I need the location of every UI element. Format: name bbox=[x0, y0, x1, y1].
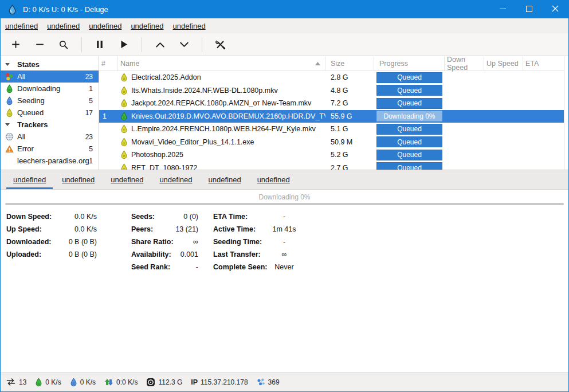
queue-up-button[interactable] bbox=[148, 36, 172, 54]
stat-row: ETA Time: - bbox=[213, 210, 302, 223]
queue-up-icon bbox=[155, 41, 165, 48]
torrent-row[interactable]: RET_DT_1080-1972 2.7 G Queued bbox=[99, 162, 568, 170]
tab-status[interactable]: undefined bbox=[5, 170, 54, 189]
torrent-row[interactable]: L.Empire.2024.FRENCH.1080p.WEB.H264-FW_K… bbox=[99, 123, 568, 136]
column-header-up-speed[interactable]: Up Speed bbox=[484, 56, 523, 70]
filter-state-all[interactable]: All 23 bbox=[1, 70, 99, 83]
deluge-logo-icon bbox=[7, 5, 17, 14]
stat-row: Share Ratio: ∞ bbox=[131, 236, 198, 248]
tab-peers[interactable]: undefined bbox=[201, 170, 249, 189]
statusbar-connections: 13 bbox=[6, 378, 26, 386]
vertical-scrollbar[interactable] bbox=[564, 56, 568, 170]
maximize-button[interactable] bbox=[516, 1, 542, 18]
error-icon bbox=[5, 144, 14, 154]
detail-tabs: undefinedundefinedundefinedundefinedunde… bbox=[1, 170, 568, 190]
torrent-progress-cell: Queued bbox=[374, 150, 445, 160]
window-title: D: 0 K/s U: 0 K/s - Deluge bbox=[23, 5, 108, 14]
menu-edit[interactable]: undefined bbox=[42, 18, 84, 33]
statusbar-value: 369 bbox=[268, 378, 280, 386]
queued-drop-icon bbox=[120, 163, 128, 170]
torrent-row[interactable]: 1 Knives.Out.2019.D.MVO.AVO.BDREMUX.2160… bbox=[99, 110, 568, 123]
torrent-row[interactable]: Electrical.2025.Addon 2.8 G Queued bbox=[99, 71, 568, 84]
torrent-size: 5.2 G bbox=[325, 151, 374, 159]
statusbar-protocol-traffic: 0:0 K/s bbox=[104, 378, 138, 387]
close-button[interactable] bbox=[542, 1, 568, 18]
filter-state-downloading[interactable]: Downloading 1 bbox=[1, 83, 99, 95]
trackers-group-header[interactable]: Trackers bbox=[1, 119, 99, 131]
progress-bar: Queued bbox=[376, 124, 442, 135]
torrent-name: Electrical.2025.Addon bbox=[131, 73, 201, 81]
main-area: States All 23 Downloading 1 Seeding 5 Qu… bbox=[1, 56, 568, 170]
torrent-name: Its.Whats.Inside.2024.NF.WEB-DL.1080p.mk… bbox=[131, 87, 278, 95]
torrent-name: RET_DT_1080-1972 bbox=[131, 164, 197, 170]
tab-files[interactable]: undefined bbox=[151, 170, 200, 189]
column-header-eta[interactable]: ETA bbox=[523, 56, 565, 70]
queue-down-button[interactable] bbox=[172, 36, 196, 54]
statusbar-upload-speed: 0 K/s bbox=[70, 378, 96, 387]
filter-state-seeding[interactable]: Seeding 5 bbox=[1, 95, 99, 107]
torrent-row[interactable]: Its.Whats.Inside.2024.NF.WEB-DL.1080p.mk… bbox=[99, 84, 568, 97]
stat-row: Complete Seen: Never bbox=[213, 261, 302, 273]
tab-trackers[interactable]: undefined bbox=[249, 170, 298, 189]
queued-drop-icon bbox=[120, 99, 128, 108]
filter-tracker-error[interactable]: Error 5 bbox=[1, 143, 99, 155]
statusbar-value: 112.3 G bbox=[158, 378, 182, 386]
stats-column-transfer: Down Speed: 0.0 K/s Up Speed: 0.0 K/s Do… bbox=[6, 210, 97, 261]
preferences-icon bbox=[215, 40, 226, 50]
filter-tracker-leechers-paradise[interactable]: leechers-paradise.org 1 bbox=[1, 155, 99, 167]
states-group-label: States bbox=[17, 60, 40, 69]
torrent-name-cell: Its.Whats.Inside.2024.NF.WEB-DL.1080p.mk… bbox=[118, 86, 325, 95]
torrent-size: 5.1 G bbox=[325, 125, 374, 133]
minimize-button[interactable] bbox=[489, 1, 516, 18]
filter-tracker-all[interactable]: All 23 bbox=[1, 131, 99, 143]
torrent-name-cell: RET_DT_1080-1972 bbox=[118, 163, 325, 170]
torrent-row[interactable]: Jackpot.2024.REPACK.1080p.AMZN_от New-Te… bbox=[99, 97, 568, 110]
column-header-progress[interactable]: Progress bbox=[374, 56, 445, 70]
torrent-size: 2.7 G bbox=[325, 164, 374, 170]
resume-icon bbox=[119, 40, 128, 49]
column-header-size[interactable]: Size bbox=[325, 56, 374, 70]
menu-file[interactable]: undefined bbox=[1, 18, 42, 33]
menu-help[interactable]: undefined bbox=[168, 18, 210, 33]
column-header-name[interactable]: Name bbox=[118, 56, 325, 70]
torrent-name-cell: Photoshop.2025 bbox=[118, 150, 325, 159]
toolbar-separator bbox=[142, 37, 142, 52]
traffic-icon bbox=[104, 378, 113, 387]
statusbar-free-disk-space: 112.3 G bbox=[146, 378, 182, 387]
torrent-row[interactable]: Photoshop.2025 5.2 G Queued bbox=[99, 148, 568, 162]
torrent-list: # Name Size Progress Down Speed Up Speed… bbox=[99, 56, 568, 170]
resume-button[interactable] bbox=[112, 36, 136, 54]
column-header-down-speed[interactable]: Down Speed bbox=[445, 56, 484, 70]
torrent-list-header: # Name Size Progress Down Speed Up Speed… bbox=[99, 56, 568, 71]
menu-view[interactable]: undefined bbox=[126, 18, 168, 33]
add-torrent-button[interactable] bbox=[3, 36, 28, 54]
torrent-row[interactable]: Movavi_Video_Editor_Plus_14.1.1.exe 50.9… bbox=[99, 136, 568, 149]
statusbar-dht-nodes: 369 bbox=[257, 378, 280, 386]
remove-torrent-button[interactable] bbox=[28, 36, 52, 54]
tab-details[interactable]: undefined bbox=[54, 170, 103, 189]
progress-bar: Downloading 0% bbox=[376, 111, 442, 121]
close-icon bbox=[552, 5, 559, 14]
torrent-name-cell: Knives.Out.2019.D.MVO.AVO.BDREMUX.2160p.… bbox=[118, 112, 325, 121]
tab-options[interactable]: undefined bbox=[103, 170, 151, 189]
filter-state-queued[interactable]: Queued 17 bbox=[1, 107, 99, 119]
torrent-progress-cell: Queued bbox=[374, 124, 445, 135]
all-states-icon bbox=[5, 72, 14, 81]
states-group-header[interactable]: States bbox=[1, 58, 99, 70]
progress-bar: Queued bbox=[376, 85, 442, 96]
progress-bar: Queued bbox=[376, 162, 442, 170]
filter-search-icon bbox=[58, 40, 69, 50]
stat-row: Downloaded: 0 B (0 B) bbox=[6, 236, 97, 248]
sort-ascending-icon bbox=[315, 62, 320, 65]
stat-row: Peers: 13 (21) bbox=[131, 223, 198, 236]
filter-search-button[interactable] bbox=[52, 36, 76, 54]
menubar: undefinedundefinedundefinedundefinedunde… bbox=[1, 18, 568, 33]
preferences-button[interactable] bbox=[208, 36, 232, 54]
toolbar bbox=[1, 33, 568, 56]
statusbar-ip-address: IP 115.37.210.178 bbox=[191, 378, 248, 386]
queued-drop-icon bbox=[120, 124, 128, 134]
filter-sidebar: States All 23 Downloading 1 Seeding 5 Qu… bbox=[1, 56, 99, 170]
column-header-num[interactable]: # bbox=[99, 56, 118, 70]
pause-button[interactable] bbox=[88, 36, 112, 54]
menu-torrent[interactable]: undefined bbox=[84, 18, 126, 33]
